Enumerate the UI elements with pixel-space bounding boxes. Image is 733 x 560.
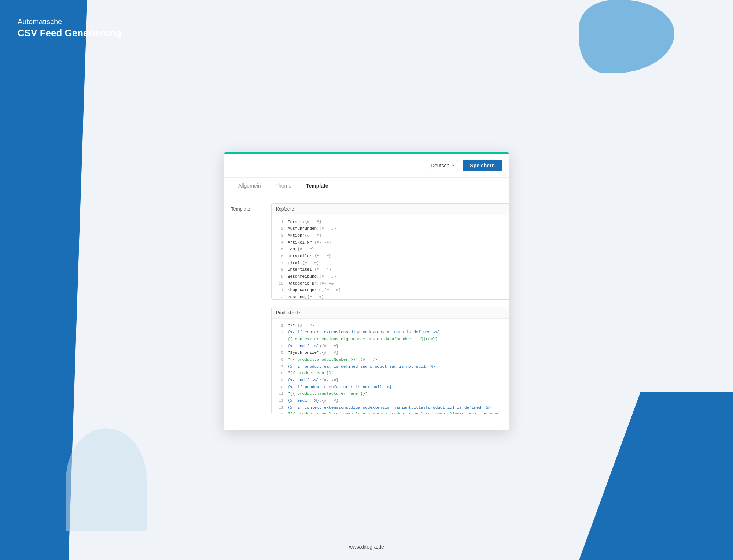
line-number: 1 xyxy=(275,322,283,329)
tab-theme[interactable]: Theme xyxy=(268,178,299,194)
table-row: 12{%- endif -%};{#- -#} xyxy=(272,397,509,404)
content-area: Kopfzeile 1Format;{#- -#}2Ausführungen;{… xyxy=(271,203,509,422)
header-subtitle: Automatische xyxy=(18,18,121,26)
tab-template[interactable]: Template xyxy=(299,178,335,194)
line-number: 7 xyxy=(275,260,283,266)
page-header: Automatische CSV Feed Generierung xyxy=(18,18,121,39)
table-row: 10{%- if product.manufacturer is not nul… xyxy=(272,384,509,391)
line-code: {%- if context.extensions.digahoodextens… xyxy=(288,329,440,336)
table-row: 6Hersteller;{#- -#} xyxy=(272,253,509,260)
table-row: 10Kategorie Nr;{#- -#} xyxy=(272,280,509,287)
table-row: 7{%- if product.ean is defined and produ… xyxy=(272,363,509,370)
line-code: Format;{#- -#} xyxy=(288,219,321,226)
line-code: Shop Kategorie;{#- -#} xyxy=(288,287,341,294)
line-code: {{ context.extensions.digahoodextension.… xyxy=(288,336,438,343)
line-number: 12 xyxy=(275,397,283,404)
produktzeile-section: Produktzeile 1"7";{#- -#}2{%- if context… xyxy=(271,307,509,414)
line-code: Untertitel;{#- -#} xyxy=(288,266,331,273)
line-number: 13 xyxy=(275,404,283,411)
line-code: "7";{#- -#} xyxy=(288,322,314,329)
line-number: 3 xyxy=(275,232,283,239)
produktzeile-editor[interactable]: 1"7";{#- -#}2{%- if context.extensions.d… xyxy=(272,319,509,414)
line-number: 4 xyxy=(275,239,283,246)
table-row: 9Beschreibung;{#- -#} xyxy=(272,273,509,280)
table-row: 5EAN;{#- -#} xyxy=(272,246,509,253)
line-number: 8 xyxy=(275,266,283,273)
line-number: 5 xyxy=(275,246,283,252)
line-number: 8 xyxy=(275,370,283,377)
line-code: Titel;{#- -#} xyxy=(288,260,319,267)
table-row: 9{%- endif -%};{#- -#} xyxy=(272,377,509,384)
line-code: EAN;{#- -#} xyxy=(288,246,314,253)
line-number: 6 xyxy=(275,253,283,259)
line-code: "{{ product.productNumber }}";{#- -#} xyxy=(288,356,377,363)
table-row: 3Aktion;{#- -#} xyxy=(272,232,509,239)
line-code: "{{ product.translated.name|length > 60 … xyxy=(288,411,509,413)
line-code: {%- if product.ean is defined and produc… xyxy=(288,363,435,370)
table-row: 4{%- endif -%};{#- -#} xyxy=(272,343,509,350)
table-row: 7Titel;{#- -#} xyxy=(272,260,509,267)
table-row: 4Artikel Nr;{#- -#} xyxy=(272,239,509,246)
card-toolbar: Deutsch ▾ Speichern xyxy=(224,154,509,178)
bg-brush-shape xyxy=(579,0,674,73)
line-number: 4 xyxy=(275,343,283,349)
table-row: 11"{{ product.manufacturer.name }}" xyxy=(272,390,509,397)
line-number: 5 xyxy=(275,349,283,356)
line-number: 10 xyxy=(275,280,283,287)
line-number: 12 xyxy=(275,294,283,299)
line-number: 2 xyxy=(275,225,283,232)
kopfzeile-title: Kopfzeile xyxy=(272,204,509,215)
line-code: {%- if context.extensions.digahoodextens… xyxy=(288,404,491,411)
line-number: 6 xyxy=(275,356,283,363)
tab-allgemein[interactable]: Allgemein xyxy=(231,178,268,194)
table-row: 13{%- if context.extensions.digahoodexte… xyxy=(272,404,509,411)
table-row: 3{{ context.extensions.digahoodextension… xyxy=(272,336,509,343)
kopfzeile-editor[interactable]: 1Format;{#- -#}2Ausführungen;{#- -#}3Akt… xyxy=(272,215,509,299)
line-number: 2 xyxy=(275,329,283,335)
language-selector[interactable]: Deutsch ▾ xyxy=(427,160,458,171)
table-row: 6"{{ product.productNumber }}";{#- -#} xyxy=(272,356,509,363)
line-code: {%- if product.manufacturer is not null … xyxy=(288,384,392,391)
table-row: 8"{{ product.ean }}" xyxy=(272,370,509,377)
table-row: 11Shop Kategorie;{#- -#} xyxy=(272,287,509,294)
table-row: 1"7";{#- -#} xyxy=(272,322,509,329)
line-number: 3 xyxy=(275,336,283,342)
table-row: 5"Synchronize";{#- -#} xyxy=(272,349,509,356)
line-code: Zustand;{#- -#} xyxy=(288,294,324,299)
bg-light-blue-shape xyxy=(66,428,147,531)
line-code: "{{ product.ean }}" xyxy=(288,370,334,377)
header-title: CSV Feed Generierung xyxy=(18,27,121,39)
table-row: 14"{{ product.translated.name|length > 6… xyxy=(272,411,509,413)
line-code: {%- endif -%};{#- -#} xyxy=(288,377,339,384)
sidebar-template-label: Template xyxy=(231,203,264,422)
table-row: 2Ausführungen;{#- -#} xyxy=(272,225,509,232)
line-code: "{{ product.manufacturer.name }}" xyxy=(288,390,368,397)
table-row: 2{%- if context.extensions.digahoodexten… xyxy=(272,329,509,336)
line-number: 1 xyxy=(275,219,283,225)
line-number: 9 xyxy=(275,377,283,383)
line-code: {%- endif -%};{#- -#} xyxy=(288,343,339,350)
line-number: 9 xyxy=(275,273,283,280)
tab-bar: Allgemein Theme Template xyxy=(224,178,509,194)
bg-right-shape xyxy=(579,392,733,560)
card-body: Template Kopfzeile 1Format;{#- -#}2Ausfü… xyxy=(224,194,509,430)
line-number: 11 xyxy=(275,287,283,293)
line-number: 10 xyxy=(275,384,283,390)
line-code: Hersteller;{#- -#} xyxy=(288,253,331,260)
footer-url: www.ditegra.de xyxy=(349,544,384,550)
line-code: Ausführungen;{#- -#} xyxy=(288,225,336,232)
line-code: Beschreibung;{#- -#} xyxy=(288,273,336,280)
line-code: Kategorie Nr;{#- -#} xyxy=(288,280,336,287)
footer: www.ditegra.de xyxy=(349,544,384,550)
table-row: 1Format;{#- -#} xyxy=(272,219,509,226)
line-number: 7 xyxy=(275,363,283,370)
save-button[interactable]: Speichern xyxy=(463,160,502,171)
kopfzeile-section: Kopfzeile 1Format;{#- -#}2Ausführungen;{… xyxy=(271,203,509,300)
line-code: "Synchronize";{#- -#} xyxy=(288,349,339,356)
table-row: 8Untertitel;{#- -#} xyxy=(272,266,509,273)
main-card: Deutsch ▾ Speichern Allgemein Theme Temp… xyxy=(224,152,509,430)
line-code: Aktion;{#- -#} xyxy=(288,232,321,239)
line-number: 11 xyxy=(275,390,283,397)
produktzeile-title: Produktzeile xyxy=(272,307,509,319)
table-row: 12Zustand;{#- -#} xyxy=(272,294,509,299)
